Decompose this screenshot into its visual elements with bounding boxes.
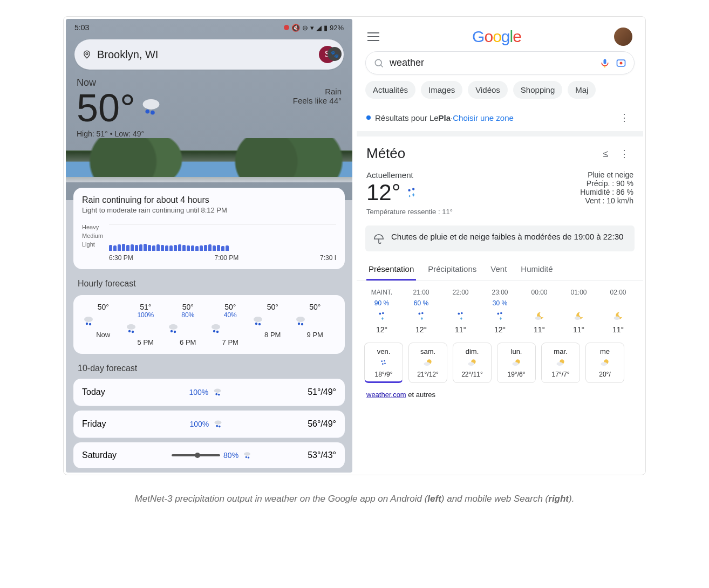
loc-name: Pla	[439, 113, 451, 122]
filter-chip[interactable]: Actualités	[365, 81, 415, 99]
attribution-rest: et autres	[406, 391, 435, 399]
weather-heading: Météo	[366, 145, 405, 162]
hourly-item[interactable]: 50°9 PM	[294, 303, 337, 346]
g-daily-item[interactable]: dim.22°/11°	[453, 343, 492, 383]
svg-point-2	[145, 110, 149, 114]
feels-like-g: Température ressentie : 11°	[366, 208, 453, 216]
precip-bar	[213, 245, 216, 251]
precip-chart: Heavy Medium Light 6:30 PM 7:00 PM 7:30 …	[82, 224, 336, 262]
filter-chip[interactable]: Vidéos	[468, 81, 508, 99]
precip-bar	[178, 244, 181, 251]
google-logo[interactable]: Google	[472, 28, 521, 46]
location-search[interactable]: S	[74, 39, 344, 70]
overflow-icon[interactable]: ⋮	[615, 146, 633, 161]
caption-middle: ) and mobile web Search (	[441, 494, 548, 504]
svg-point-52	[382, 363, 384, 365]
dnd-icon: ⊖	[302, 24, 308, 32]
g-daily-item[interactable]: lun.19°/6°	[497, 343, 536, 383]
precip-banner: Chutes de pluie et de neige faibles à mo…	[365, 225, 635, 251]
g-hour-icon	[376, 310, 388, 322]
g-hourly-item[interactable]: 01:0011°	[559, 289, 598, 334]
hourly-label: Hourly forecast	[66, 275, 352, 290]
tenday-row[interactable]: Today100%51°/49°	[73, 379, 345, 406]
g-hourly-item[interactable]: 23:0030 %12°	[480, 289, 520, 334]
tenday-pct: 80%	[223, 451, 238, 460]
precip-bar	[208, 244, 212, 251]
precip-bar	[187, 245, 190, 251]
svg-point-30	[248, 457, 249, 459]
hourly-item[interactable]: 50°Now	[82, 303, 125, 346]
filter-chip[interactable]: Images	[421, 81, 462, 99]
g-hour-time: 01:00	[570, 289, 587, 296]
account-avatar[interactable]	[614, 28, 632, 46]
tenday-row[interactable]: Friday100%56°/49°	[73, 411, 345, 438]
weather-tab[interactable]: Vent	[488, 259, 509, 281]
g-hourly-item[interactable]: 22:0011°	[441, 289, 480, 334]
svg-point-18	[258, 323, 261, 325]
hourly-item[interactable]: 50°80%6 PM	[167, 303, 209, 346]
hourly-weather-icon	[167, 322, 209, 335]
weather-tab[interactable]: Précipitations	[426, 259, 479, 281]
g-daily-item[interactable]: ven.18°/9°	[364, 343, 403, 383]
paw-badge-icon[interactable]: 🐾	[328, 47, 342, 61]
precip-banner-text: Chutes de pluie et de neige faibles à mo…	[391, 232, 623, 241]
battery-icon: ▮	[324, 24, 328, 32]
g-hourly-item[interactable]: MAINT.90 %12°	[362, 289, 401, 334]
svg-rect-33	[604, 59, 606, 64]
g-daily-icon	[422, 358, 433, 368]
g-hour-time: 22:00	[452, 289, 468, 296]
svg-point-43	[458, 313, 460, 315]
hourly-forecast-g[interactable]: MAINT.90 %12°21:0060 %12°22:0011°23:0030…	[357, 281, 643, 337]
share-icon[interactable]: ≤	[599, 146, 613, 161]
g-hourly-item[interactable]: 21:0060 %12°	[401, 289, 441, 334]
svg-point-17	[255, 323, 257, 325]
currently-label: Actuellement	[366, 170, 453, 180]
g-daily-icon	[378, 358, 389, 368]
location-input[interactable]	[97, 49, 313, 61]
range-slider	[172, 454, 220, 456]
g-daily-item[interactable]: mar.17°/7°	[541, 343, 580, 383]
precip-bar	[165, 245, 168, 251]
g-hour-temp: 11°	[573, 325, 584, 334]
g-hour-icon	[494, 310, 506, 322]
hourly-forecast-card[interactable]: 50°Now51°100%5 PM50°80%6 PM50°40%7 PM50°…	[73, 295, 345, 354]
hourly-item[interactable]: 51°100%5 PM	[125, 303, 167, 346]
current-temp-value: 50°	[77, 88, 135, 127]
svg-point-47	[535, 316, 541, 319]
landscape-scenery	[66, 138, 352, 177]
moon-cloud-icon	[612, 310, 624, 322]
more-icon[interactable]: ⋮	[615, 110, 633, 126]
daily-forecast-g[interactable]: ven.18°/9°sam.21°/12°dim.22°/11°lun.19°/…	[357, 337, 643, 385]
tenday-highlow: 51°/49°	[308, 387, 336, 397]
svg-point-21	[301, 323, 303, 325]
filter-chip[interactable]: Shopping	[513, 81, 562, 99]
precip-bar	[182, 245, 186, 251]
weather-tab[interactable]: Humidité	[519, 259, 555, 281]
svg-point-31	[375, 59, 381, 66]
hourly-item[interactable]: 50°40%7 PM	[209, 303, 252, 346]
g-daily-icon	[599, 358, 610, 368]
current-conditions: Actuellement 12° Température ressentie :…	[357, 166, 643, 219]
precip-nowcast-card[interactable]: Rain continuing for about 4 hours Light …	[73, 188, 345, 269]
g-daily-item[interactable]: sam.21°/12°	[408, 343, 447, 383]
hourly-item[interactable]: 50°8 PM	[251, 303, 294, 346]
precip-bar	[109, 245, 112, 251]
voice-search-icon[interactable]	[599, 58, 610, 69]
menu-icon[interactable]	[367, 32, 379, 41]
battery-pct: 92%	[330, 24, 344, 32]
choose-zone-link[interactable]: Choisir une zone	[453, 113, 514, 122]
search-bar[interactable]	[365, 51, 635, 74]
g-daily-item[interactable]: me20°/	[585, 343, 624, 383]
lens-icon[interactable]	[616, 58, 626, 69]
search-input[interactable]	[390, 57, 594, 69]
svg-point-41	[418, 313, 420, 315]
g-hourly-item[interactable]: 00:0011°	[520, 289, 559, 334]
g-hourly-item[interactable]: 02:0011°	[598, 289, 638, 334]
tenday-row[interactable]: Saturday80%53°/43°	[73, 442, 345, 468]
weather-tab[interactable]: Présentation	[366, 259, 416, 281]
tenday-pct: 100%	[189, 420, 209, 428]
filter-chip[interactable]: Maj	[568, 81, 596, 99]
source-link[interactable]: weather.com	[366, 391, 406, 399]
g-hour-time: 00:00	[531, 289, 547, 296]
g-wind: Vent : 10 km/h	[580, 196, 633, 205]
